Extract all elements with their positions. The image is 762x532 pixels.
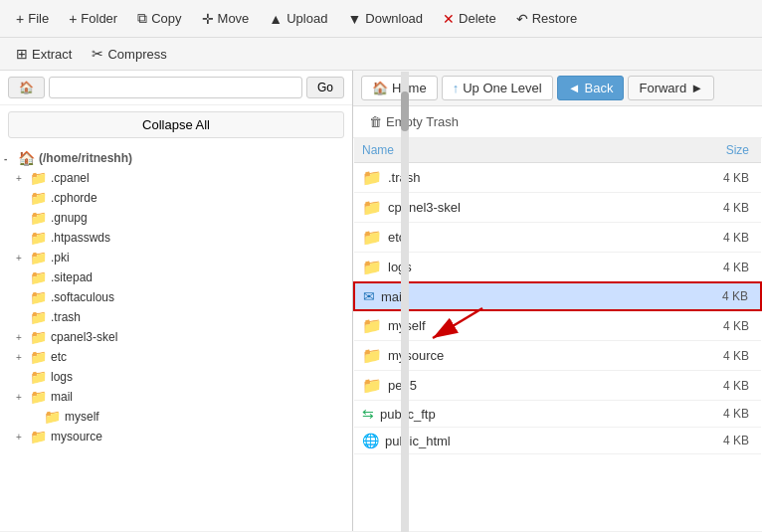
left-panel: 🏠 Go Collapse All - 🏠 (/home/ritneshh) +…: [0, 71, 353, 531]
table-row[interactable]: 📁perl54 KB: [354, 371, 761, 401]
folder-icon-gnupg: 📁: [30, 210, 47, 226]
scroll-track: [401, 72, 409, 532]
up-one-level-button[interactable]: ↑ Up One Level: [442, 76, 553, 100]
home-folder-icon: 🏠: [18, 150, 35, 166]
toggle-mysource: +: [16, 432, 30, 443]
file-size: 4 KB: [643, 253, 761, 283]
plus-icon2: +: [69, 11, 77, 27]
extract-button[interactable]: ⊞ Extract: [8, 42, 80, 66]
folder-button[interactable]: + Folder: [61, 7, 125, 31]
table-row[interactable]: 🌐public_html4 KB: [354, 428, 761, 454]
upload-icon: ▲: [269, 11, 283, 27]
back-button[interactable]: ◄ Back: [557, 76, 625, 100]
table-row[interactable]: 📁.trash4 KB: [354, 163, 761, 193]
tree-label-logs: logs: [51, 370, 73, 384]
empty-trash-button[interactable]: 🗑 Empty Trash: [361, 111, 467, 132]
tree-item-cphorde[interactable]: 📁 .cphorde: [0, 188, 352, 208]
mail-icon: ✉: [363, 288, 375, 304]
folder-btn-label: Folder: [81, 11, 117, 26]
file-name: mysource: [388, 348, 444, 363]
folder-file-icon: 📁: [362, 376, 382, 395]
tree-label-sitepad: .sitepad: [51, 270, 93, 284]
delete-btn-label: Delete: [459, 11, 496, 26]
tree-item-myself[interactable]: 📁 myself: [0, 407, 352, 427]
table-row[interactable]: 📁mysource4 KB: [354, 341, 761, 371]
folder-icon-myself: 📁: [44, 409, 61, 425]
tree-item-mysource[interactable]: + 📁 mysource: [0, 427, 352, 446]
move-button[interactable]: ✛ Move: [194, 7, 258, 31]
tree-item-pki[interactable]: + 📁 .pki: [0, 248, 352, 267]
folder-file-icon: 📁: [362, 198, 382, 217]
copy-btn-label: Copy: [151, 11, 181, 26]
table-header-row: Name Size: [354, 138, 761, 163]
upload-btn-label: Upload: [286, 11, 327, 26]
toggle-cpanel3skel: +: [16, 332, 30, 343]
trash-icon: 🗑: [369, 114, 382, 129]
tree-item-mail[interactable]: + 📁 mail: [0, 387, 352, 407]
compress-icon: ✂: [92, 46, 103, 62]
folder-icon-logs: 📁: [30, 369, 47, 385]
upload-button[interactable]: ▲ Upload: [261, 7, 335, 31]
toolbar-row1: + File + Folder ⧉ Copy ✛ Move ▲ Upload ▼…: [0, 0, 762, 38]
download-icon: ▼: [347, 11, 361, 27]
file-tree: - 🏠 (/home/ritneshh) + 📁 .cpanel 📁 .cpho…: [0, 144, 352, 531]
file-button[interactable]: + File: [8, 7, 57, 31]
download-button[interactable]: ▼ Download: [339, 7, 431, 31]
toggle-etc: +: [16, 352, 30, 363]
delete-button[interactable]: ✕ Delete: [435, 7, 504, 31]
home-icon-btn[interactable]: 🏠: [8, 77, 45, 98]
extract-btn-label: Extract: [32, 47, 72, 62]
file-size: 4 KB: [643, 371, 761, 401]
tree-label-mail: mail: [51, 390, 73, 404]
toggle-cpanel: +: [16, 173, 30, 184]
table-row[interactable]: ✉mail4 KB: [354, 282, 761, 310]
folder-icon-softaculous: 📁: [30, 289, 47, 305]
file-size: 4 KB: [643, 341, 761, 371]
ftp-icon: ⇆: [362, 406, 374, 422]
tree-item-cpanel[interactable]: + 📁 .cpanel: [0, 168, 352, 188]
tree-item-softaculous[interactable]: 📁 .softaculous: [0, 287, 352, 307]
copy-button[interactable]: ⧉ Copy: [129, 6, 189, 31]
home-nav-label: Home: [392, 81, 427, 95]
go-button[interactable]: Go: [306, 77, 344, 98]
table-row[interactable]: ⇆public_ftp4 KB: [354, 401, 761, 428]
table-row[interactable]: 📁etc4 KB: [354, 223, 761, 253]
file-name: public_html: [385, 434, 451, 448]
tree-item-logs[interactable]: 📁 logs: [0, 367, 352, 387]
file-size: 4 KB: [643, 428, 761, 454]
right-panel: 🏠 Home ↑ Up One Level ◄ Back Forward ► 🗑…: [353, 71, 762, 531]
folder-file-icon: 📁: [362, 258, 382, 276]
tree-item-htpasswds[interactable]: 📁 .htpasswds: [0, 228, 352, 248]
table-row[interactable]: 📁logs4 KB: [354, 253, 761, 283]
tree-item-trash[interactable]: 📁 .trash: [0, 307, 352, 327]
home-nav-icon: 🏠: [372, 81, 388, 95]
forward-button[interactable]: Forward ►: [628, 76, 714, 100]
table-row[interactable]: 📁cpanel3-skel4 KB: [354, 193, 761, 223]
toggle-icon: -: [4, 153, 18, 164]
main-layout: 🏠 Go Collapse All - 🏠 (/home/ritneshh) +…: [0, 71, 762, 531]
collapse-all-button[interactable]: Collapse All: [8, 111, 344, 138]
download-btn-label: Download: [365, 11, 423, 26]
toggle-mail: +: [16, 392, 30, 403]
tree-label-gnupg: .gnupg: [51, 211, 88, 225]
tree-item-sitepad[interactable]: 📁 .sitepad: [0, 267, 352, 287]
scroll-thumb[interactable]: [401, 91, 409, 131]
table-row[interactable]: 📁myself4 KB: [354, 310, 761, 341]
empty-trash-label: Empty Trash: [386, 114, 459, 129]
restore-btn-label: Restore: [532, 11, 578, 26]
tree-label-htpasswds: .htpasswds: [51, 231, 110, 245]
address-input[interactable]: [49, 77, 302, 98]
tree-label-trash: .trash: [51, 310, 81, 324]
compress-button[interactable]: ✂ Compress: [84, 42, 174, 66]
home-nav-button[interactable]: 🏠 Home: [361, 76, 438, 100]
html-icon: 🌐: [362, 433, 379, 448]
folder-file-icon: 📁: [362, 346, 382, 365]
tree-label-softaculous: .softaculous: [51, 290, 114, 304]
tree-item-root[interactable]: - 🏠 (/home/ritneshh): [0, 148, 352, 168]
tree-item-cpanel3skel[interactable]: + 📁 cpanel3-skel: [0, 327, 352, 347]
tree-item-etc[interactable]: + 📁 etc: [0, 347, 352, 367]
restore-button[interactable]: ↶ Restore: [508, 7, 586, 31]
copy-icon: ⧉: [137, 10, 147, 27]
tree-item-gnupg[interactable]: 📁 .gnupg: [0, 208, 352, 228]
tree-label-cpanel: .cpanel: [51, 171, 90, 185]
